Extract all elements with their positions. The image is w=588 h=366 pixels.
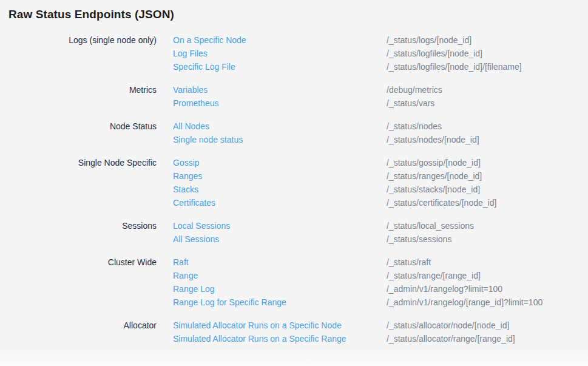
endpoint-link[interactable]: Local Sessions: [173, 221, 230, 231]
endpoint-link[interactable]: Stacks: [173, 185, 198, 194]
category-label: Cluster Wide: [0, 256, 157, 269]
endpoint-row: Simulated Allocator Runs on a Specific R…: [0, 332, 588, 345]
endpoint-path: /_status/local_sessions: [387, 219, 588, 232]
endpoint-group: Single Node Specific Gossip /_status/gos…: [0, 156, 588, 209]
endpoint-row: Single Node Specific Gossip /_status/gos…: [0, 156, 588, 169]
endpoint-link[interactable]: Specific Log File: [173, 62, 235, 72]
endpoint-path: /_status/logfiles/[node_id]: [387, 47, 588, 60]
endpoint-link[interactable]: Simulated Allocator Runs on a Specific N…: [173, 320, 342, 330]
endpoint-link[interactable]: Simulated Allocator Runs on a Specific R…: [173, 334, 346, 344]
endpoint-group: Node Status All Nodes /_status/nodes Sin…: [0, 120, 588, 146]
endpoint-row: Metrics Variables /debug/metrics: [0, 83, 588, 97]
endpoint-path: /_status/logs/[node_id]: [387, 33, 588, 47]
endpoint-link[interactable]: Ranges: [173, 171, 202, 181]
endpoint-path: /_status/range/[range_id]: [387, 269, 588, 282]
endpoint-row: Certificates /_status/certificates/[node…: [0, 196, 588, 209]
endpoint-row: All Sessions /_status/sessions: [0, 232, 588, 246]
endpoint-row: Sessions Local Sessions /_status/local_s…: [0, 219, 588, 232]
endpoint-link[interactable]: Variables: [173, 85, 208, 95]
endpoint-link[interactable]: Gossip: [173, 158, 200, 168]
endpoint-row: Specific Log File /_status/logfiles/[nod…: [0, 60, 588, 73]
endpoint-row: Range Log /_admin/v1/rangelog?limit=100: [0, 282, 588, 296]
endpoint-path: /_status/stacks/[node_id]: [387, 183, 588, 196]
endpoint-row: Stacks /_status/stacks/[node_id]: [0, 183, 588, 196]
endpoint-row: Range /_status/range/[range_id]: [0, 269, 588, 282]
endpoint-link[interactable]: Raft: [173, 257, 189, 267]
endpoint-path: /_status/nodes/[node_id]: [387, 133, 588, 146]
endpoint-path: /_status/sessions: [387, 232, 588, 246]
endpoint-row: Allocator Simulated Allocator Runs on a …: [0, 319, 588, 332]
page-title: Raw Status Endpoints (JSON): [8, 7, 588, 21]
endpoint-link[interactable]: Log Files: [173, 49, 208, 58]
endpoint-path: /_status/allocator/node/[node_id]: [387, 319, 588, 332]
endpoint-link[interactable]: Prometheus: [173, 98, 218, 108]
endpoint-link[interactable]: Certificates: [173, 198, 215, 208]
endpoint-path: /_status/raft: [387, 256, 588, 269]
endpoint-row: Cluster Wide Raft /_status/raft: [0, 256, 588, 269]
endpoint-link[interactable]: On a Specific Node: [173, 35, 246, 45]
endpoint-link[interactable]: Range: [173, 271, 198, 280]
endpoint-group: Metrics Variables /debug/metrics Prometh…: [0, 83, 588, 110]
category-label: Metrics: [0, 83, 157, 97]
category-label: Logs (single node only): [0, 33, 157, 47]
endpoint-link[interactable]: Single node status: [173, 135, 243, 144]
endpoint-path: /_admin/v1/rangelog?limit=100: [387, 282, 588, 296]
endpoints-table: Logs (single node only) On a Specific No…: [0, 33, 588, 345]
endpoint-link[interactable]: Range Log for Specific Range: [173, 297, 286, 307]
endpoint-link[interactable]: Range Log: [173, 284, 215, 294]
endpoint-path: /_status/certificates/[node_id]: [387, 196, 588, 209]
endpoint-row: Ranges /_status/ranges/[node_id]: [0, 169, 588, 183]
endpoint-row: Log Files /_status/logfiles/[node_id]: [0, 47, 588, 60]
endpoint-group: Sessions Local Sessions /_status/local_s…: [0, 219, 588, 246]
endpoint-path: /_admin/v1/rangelog/[range_id]?limit=100: [387, 296, 588, 309]
category-label: Sessions: [0, 219, 157, 232]
endpoint-row: Single node status /_status/nodes/[node_…: [0, 133, 588, 146]
endpoint-row: Range Log for Specific Range /_admin/v1/…: [0, 296, 588, 309]
debug-endpoints-page: Raw Status Endpoints (JSON) Logs (single…: [0, 7, 588, 345]
category-label: Allocator: [0, 319, 157, 332]
category-label: Single Node Specific: [0, 156, 157, 169]
endpoint-row: Node Status All Nodes /_status/nodes: [0, 120, 588, 133]
endpoint-group: Allocator Simulated Allocator Runs on a …: [0, 319, 588, 345]
bottom-fade: [0, 349, 588, 366]
endpoint-group: Cluster Wide Raft /_status/raft Range /_…: [0, 256, 588, 309]
endpoint-path: /_status/ranges/[node_id]: [387, 169, 588, 183]
endpoint-link[interactable]: All Sessions: [173, 234, 219, 244]
endpoint-path: /_status/nodes: [387, 120, 588, 133]
endpoint-path: /_status/vars: [387, 97, 588, 110]
endpoint-row: Prometheus /_status/vars: [0, 97, 588, 110]
endpoint-group: Logs (single node only) On a Specific No…: [0, 33, 588, 73]
category-label: Node Status: [0, 120, 157, 133]
endpoint-row: Logs (single node only) On a Specific No…: [0, 33, 588, 47]
endpoint-path: /_status/allocator/range/[range_id]: [387, 332, 588, 345]
endpoint-path: /_status/gossip/[node_id]: [387, 156, 588, 169]
endpoint-link[interactable]: All Nodes: [173, 121, 209, 131]
endpoint-path: /_status/logfiles/[node_id]/[filename]: [387, 60, 588, 73]
endpoint-path: /debug/metrics: [387, 83, 588, 97]
